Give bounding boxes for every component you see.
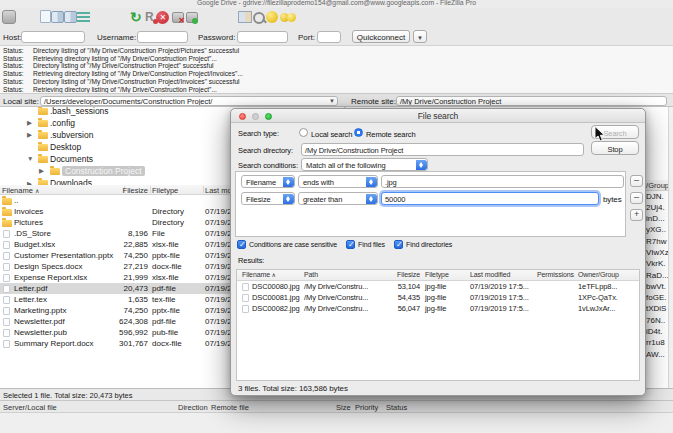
toggle-message-log-icon[interactable] (77, 12, 90, 23)
queue-col-priority[interactable]: Priority (355, 403, 378, 412)
result-row[interactable]: DSC00081.jpg/My Drive/Constru...54,435jp… (237, 292, 639, 303)
log-entry: Status:Directory listing of "/My Drive/C… (3, 78, 673, 86)
chevron-collapsed-icon[interactable]: ▶ (27, 119, 32, 127)
file-type: tex-file (152, 295, 176, 304)
message-log[interactable]: Status:Directory listing of "/My Drive/C… (0, 46, 673, 93)
file-size: 8,196 (60, 229, 148, 238)
tree-item-label: Desktop (50, 142, 81, 152)
result-cell: jpg-file (425, 304, 446, 313)
remote-scrollbar[interactable] (668, 107, 673, 388)
log-entry-message: Retrieving directory listing of "/My Dri… (33, 55, 217, 62)
results-col-filetype[interactable]: Filetype (425, 271, 449, 278)
find-directories-checkbox[interactable] (394, 240, 403, 249)
chevron-collapsed-icon[interactable]: ▶ (39, 167, 44, 175)
remote-search-radio[interactable] (354, 128, 363, 137)
local-site-combo[interactable]: /Users/developer/Documents/Construction … (40, 96, 338, 106)
case-sensitive-checkbox[interactable] (237, 240, 246, 249)
condition-value-input[interactable]: .jpg (381, 175, 624, 188)
log-entry-type: Status: (3, 78, 33, 86)
search-results-table: Filename ∧PathFilesizeFiletypeLast modif… (236, 269, 640, 381)
filename-column-header[interactable]: Filename ∧ (2, 186, 39, 195)
chevron-expanded-icon[interactable]: ▼ (27, 155, 33, 162)
local-search-label: Local search (311, 130, 352, 139)
remove-condition-button[interactable]: – (630, 192, 643, 204)
folder-icon (2, 209, 12, 216)
window-titlebar: Google Drive - gdrive://filezillaprodemo… (0, 0, 673, 8)
condition-operator-select[interactable]: ends with (298, 175, 378, 188)
filesize-column-header[interactable]: Filesize (60, 186, 148, 195)
dialog-titlebar[interactable]: File search (231, 109, 645, 123)
condition-value-input[interactable]: 50000 (381, 192, 599, 205)
results-header[interactable]: Filename ∧PathFilesizeFiletypeLast modif… (237, 270, 639, 281)
directory-comparison-icon[interactable] (238, 11, 252, 23)
condition-operator-select[interactable]: greater than (298, 192, 378, 205)
folder-icon (38, 108, 48, 115)
remote-search-label: Remote search (366, 130, 416, 139)
toolbar (0, 8, 673, 28)
result-row[interactable]: DSC00082.jpg/My Drive/Constru...56,047jp… (237, 303, 639, 314)
condition-field-select[interactable]: Filesize (241, 192, 295, 205)
folder-icon (2, 198, 12, 205)
log-entry: Status:Directory listing of "/My Drive/C… (3, 47, 673, 55)
results-col-filename[interactable]: Filename ∧ (242, 271, 276, 278)
queue-header[interactable]: Server/Local file Direction Remote file … (0, 401, 673, 413)
window-title: Google Drive - gdrive://filezillaprodemo… (0, 0, 673, 6)
chevron-collapsed-icon[interactable]: ▶ (27, 131, 32, 139)
tree-item-label: Downloads (50, 178, 92, 185)
quickconnect-dropdown-button[interactable]: ▼ (413, 30, 427, 43)
results-col-path[interactable]: Path (304, 271, 318, 278)
log-entry-type: Status: (3, 47, 33, 55)
remote-site-combo[interactable]: /My Drive/Construction Project (396, 96, 667, 106)
queue-col-status[interactable]: Status (386, 403, 407, 412)
username-input[interactable] (137, 31, 188, 43)
file-type: pub-file (152, 328, 178, 337)
cancel-icon[interactable] (156, 11, 169, 24)
folder-icon (38, 132, 48, 139)
reconnect-icon[interactable] (186, 12, 198, 23)
toggle-remote-pane-icon[interactable] (64, 11, 77, 23)
file-size: 27,219 (60, 262, 148, 271)
add-condition-button[interactable]: + (630, 209, 643, 221)
file-size: 74,250 (60, 251, 148, 260)
remove-condition-button[interactable]: – (630, 175, 643, 187)
condition-field-select[interactable]: Filename (241, 175, 295, 188)
results-col-last-modified[interactable]: Last modified (470, 271, 510, 278)
match-conditions-select[interactable]: Match all of the following (301, 158, 428, 171)
queue-col-size[interactable]: Size (336, 403, 351, 412)
synchronized-browsing-icon[interactable] (266, 11, 278, 23)
transfer-queue: Server/Local file Direction Remote file … (0, 400, 673, 433)
port-label: Port: (298, 33, 315, 42)
queue-col-remote-file[interactable]: Remote file (211, 403, 249, 412)
local-search-radio[interactable] (299, 128, 308, 137)
find-files-checkbox[interactable] (346, 240, 355, 249)
find-files-icon[interactable] (280, 10, 296, 25)
port-input[interactable] (317, 31, 341, 43)
results-col-filesize[interactable]: Filesize (357, 271, 420, 278)
queue-col-direction[interactable]: Direction (178, 403, 208, 412)
disconnect-icon[interactable] (172, 12, 184, 23)
result-cell: DSC00080.jpg (252, 282, 300, 291)
results-col-owner-group[interactable]: Owner/Group (578, 271, 619, 278)
queue-col-server-local[interactable]: Server/Local file (3, 403, 57, 412)
file-icon (3, 340, 10, 349)
host-input[interactable] (21, 31, 85, 43)
password-input[interactable] (237, 31, 288, 43)
quickconnect-button[interactable]: Quickconnect (352, 30, 410, 43)
file-type: pptx-file (152, 251, 180, 260)
result-cell: jpg-file (425, 293, 446, 302)
tree-item-label: Documents (50, 154, 93, 164)
result-row[interactable]: DSC00080.jpg/My Drive/Constru...53,104jp… (237, 281, 639, 292)
search-directory-input[interactable]: /My Drive/Construction Project (301, 143, 584, 156)
file-name: Newsletter.pdf (14, 317, 65, 326)
filetype-column-header[interactable]: Filetype (152, 186, 178, 195)
results-col-permissions[interactable]: Permissions (537, 271, 574, 278)
toggle-local-pane-icon[interactable] (51, 11, 64, 23)
file-size: 22,885 (60, 240, 148, 249)
open-file-icon[interactable] (40, 10, 51, 23)
quickconnect-bar: Host: Username: Password: Port: Quickcon… (0, 28, 673, 46)
site-manager-icon[interactable] (2, 10, 16, 24)
file-type: docx-file (152, 339, 182, 348)
result-cell: DSC00082.jpg (252, 304, 300, 313)
file-icon (3, 230, 10, 239)
log-entry-message: Directory listing of "/My Drive/Construc… (33, 62, 214, 69)
